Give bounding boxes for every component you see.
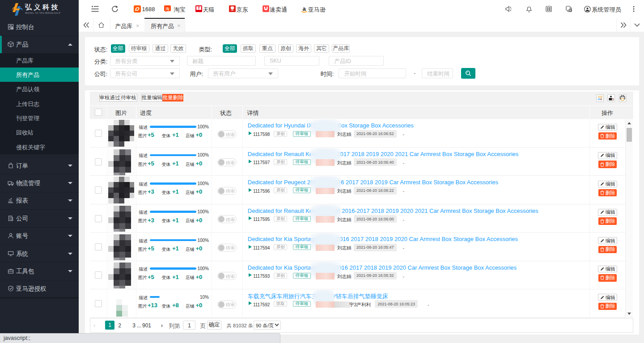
svg-text:a: a [302,5,306,12]
svg-text:淘: 淘 [165,7,169,11]
svg-text:T: T [198,6,200,10]
